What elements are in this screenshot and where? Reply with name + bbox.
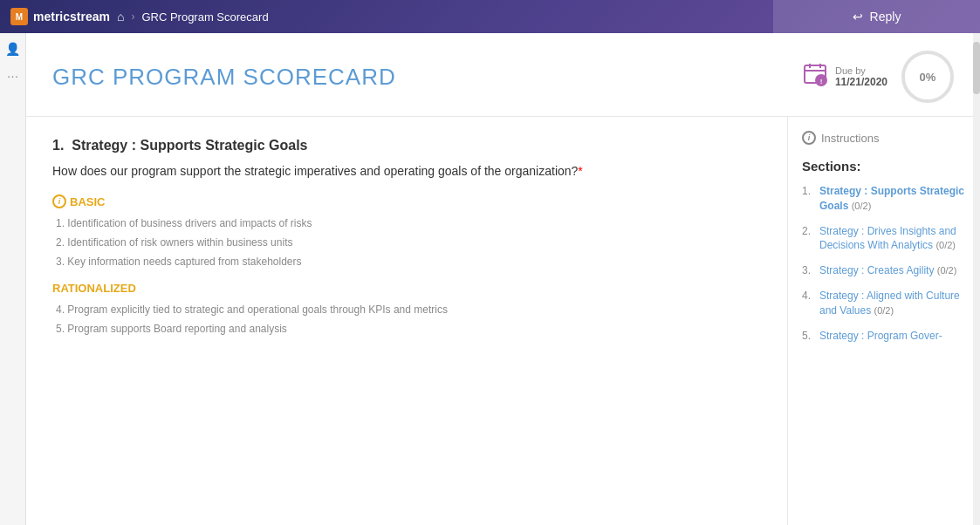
page-title: GRC PROGRAM SCORECARD bbox=[52, 64, 396, 91]
info-icon: i bbox=[52, 194, 66, 208]
required-star: * bbox=[578, 164, 582, 178]
progress-value: 0% bbox=[920, 71, 936, 84]
main-content: 1. Strategy : Supports Strategic Goals H… bbox=[26, 117, 788, 525]
section-number: 1. bbox=[52, 138, 64, 153]
section-score: (0/2) bbox=[874, 305, 894, 316]
sections-label: Sections: bbox=[802, 159, 966, 174]
rationalized-criteria-list: 4. Program explicitly tied to strategic … bbox=[52, 302, 761, 337]
reply-icon: ↩ bbox=[853, 10, 863, 24]
instructions-label: Instructions bbox=[821, 132, 879, 145]
list-item: 5. Strategy : Program Gover- bbox=[802, 329, 966, 344]
section-question: How does our program support the strateg… bbox=[52, 164, 761, 178]
due-by-label: Due by bbox=[835, 65, 887, 76]
basic-criteria-list: 1. Identification of business drivers an… bbox=[52, 215, 761, 269]
metricstream-logo-icon: M bbox=[10, 8, 28, 25]
basic-label: BASIC bbox=[70, 195, 105, 208]
breadcrumb-text: GRC Program Scorecard bbox=[141, 10, 268, 24]
instructions-header: i Instructions bbox=[802, 131, 966, 145]
section-heading: 1. Strategy : Supports Strategic Goals bbox=[52, 138, 761, 153]
due-date-value: 11/21/2020 bbox=[835, 76, 887, 88]
list-item: 5. Program supports Board reporting and … bbox=[56, 321, 761, 337]
instructions-info-icon: i bbox=[802, 131, 816, 145]
left-sidebar: 👤 … bbox=[0, 33, 26, 525]
home-icon[interactable]: ⌂ bbox=[117, 10, 124, 24]
nav-left: M metricstream ⌂ › GRC Program Scorecard bbox=[10, 8, 269, 25]
sections-list: 1. Strategy : Supports Strategic Goals (… bbox=[802, 184, 966, 343]
page-header: GRC PROGRAM SCORECARD ! Due by 11/21/202… bbox=[26, 33, 980, 117]
list-item: 1. Strategy : Supports Strategic Goals (… bbox=[802, 184, 966, 214]
section-link-active[interactable]: Strategy : Supports Strategic Goals bbox=[819, 185, 964, 212]
list-item: 3. Key information needs captured from s… bbox=[56, 254, 761, 269]
logo-area: M metricstream bbox=[10, 8, 110, 25]
breadcrumb-separator1: › bbox=[131, 10, 134, 23]
section-link[interactable]: Strategy : Creates Agility bbox=[819, 264, 934, 276]
section-title: Strategy : Supports Strategic Goals bbox=[72, 138, 307, 153]
scrollbar-area[interactable] bbox=[973, 33, 980, 525]
due-date-text: Due by 11/21/2020 bbox=[835, 65, 887, 88]
section-score: (0/2) bbox=[852, 201, 872, 211]
logo-text: metricstream bbox=[33, 10, 110, 24]
content-layout: 1. Strategy : Supports Strategic Goals H… bbox=[26, 117, 980, 525]
top-nav: M metricstream ⌂ › GRC Program Scorecard… bbox=[0, 0, 980, 33]
rationalized-badge: RATIONALIZED bbox=[52, 282, 761, 295]
due-date-section: ! Due by 11/21/2020 bbox=[802, 61, 887, 92]
header-right: ! Due by 11/21/2020 0% bbox=[802, 51, 954, 103]
reply-button[interactable]: ↩ Reply bbox=[773, 0, 980, 33]
list-item: 1. Identification of business drivers an… bbox=[56, 215, 761, 231]
reply-label: Reply bbox=[870, 10, 901, 24]
right-panel: i Instructions Sections: 1. Strategy : S… bbox=[788, 117, 980, 525]
list-item: 2. Strategy : Drives Insights and Decisi… bbox=[802, 224, 966, 254]
list-item: 4. Strategy : Aligned with Culture and V… bbox=[802, 289, 966, 318]
calendar-icon: ! bbox=[802, 61, 828, 92]
main-area: GRC PROGRAM SCORECARD ! Due by 11/21/202… bbox=[26, 33, 980, 525]
section-score: (0/2) bbox=[935, 240, 956, 250]
list-item: 3. Strategy : Creates Agility (0/2) bbox=[802, 263, 966, 278]
user-icon[interactable]: 👤 bbox=[5, 42, 20, 56]
more-icon[interactable]: … bbox=[7, 66, 19, 80]
svg-text:!: ! bbox=[820, 78, 823, 85]
list-item: 2. Identification of risk owners within … bbox=[56, 235, 761, 250]
scrollbar-thumb[interactable] bbox=[973, 42, 980, 94]
progress-circle: 0% bbox=[901, 51, 954, 103]
section-link[interactable]: Strategy : Program Gover- bbox=[819, 330, 942, 342]
basic-badge: i BASIC bbox=[52, 194, 105, 208]
section-score: (0/2) bbox=[937, 265, 957, 276]
list-item: 4. Program explicitly tied to strategic … bbox=[56, 302, 761, 317]
